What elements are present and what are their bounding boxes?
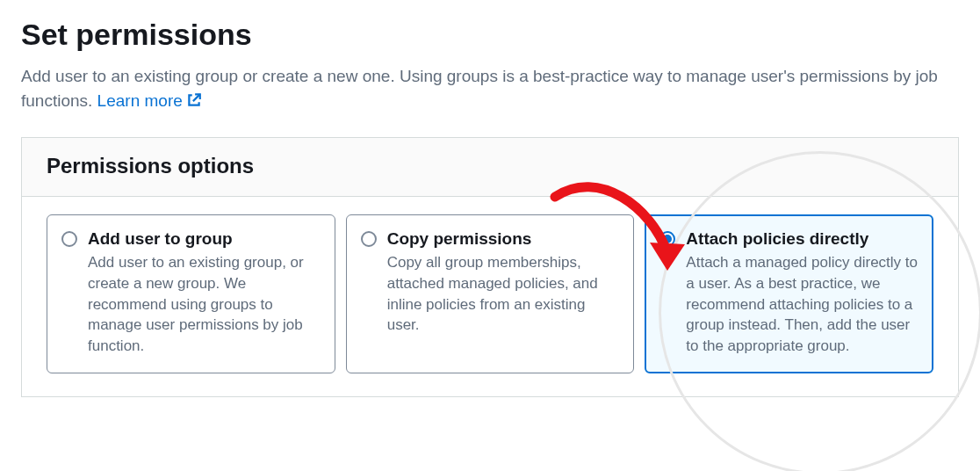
option-attach-policies-directly[interactable]: Attach policies directly Attach a manage…	[645, 214, 933, 373]
permissions-options-panel: Permissions options Add user to group Ad…	[21, 137, 959, 397]
options-row: Add user to group Add user to an existin…	[22, 197, 958, 396]
option-title: Attach policies directly	[686, 229, 919, 249]
external-link-icon	[186, 92, 202, 108]
page-subtitle: Add user to an existing group or create …	[21, 64, 959, 112]
option-add-user-to-group[interactable]: Add user to group Add user to an existin…	[47, 214, 335, 373]
option-copy-permissions[interactable]: Copy permissions Copy all group membersh…	[346, 214, 635, 373]
radio-copy-permissions[interactable]	[361, 229, 377, 357]
learn-more-link[interactable]: Learn more	[97, 89, 202, 113]
option-desc: Copy all group memberships, attached man…	[387, 252, 620, 336]
radio-attach-policies[interactable]	[659, 229, 675, 357]
option-desc: Add user to an existing group, or create…	[88, 252, 321, 357]
page-title: Set permissions	[21, 18, 959, 52]
radio-add-to-group[interactable]	[61, 229, 77, 357]
option-title: Copy permissions	[387, 229, 620, 249]
panel-header: Permissions options	[22, 138, 958, 197]
learn-more-text: Learn more	[97, 89, 183, 113]
panel-heading: Permissions options	[47, 154, 933, 178]
option-title: Add user to group	[88, 229, 321, 249]
option-desc: Attach a managed policy directly to a us…	[686, 252, 919, 357]
